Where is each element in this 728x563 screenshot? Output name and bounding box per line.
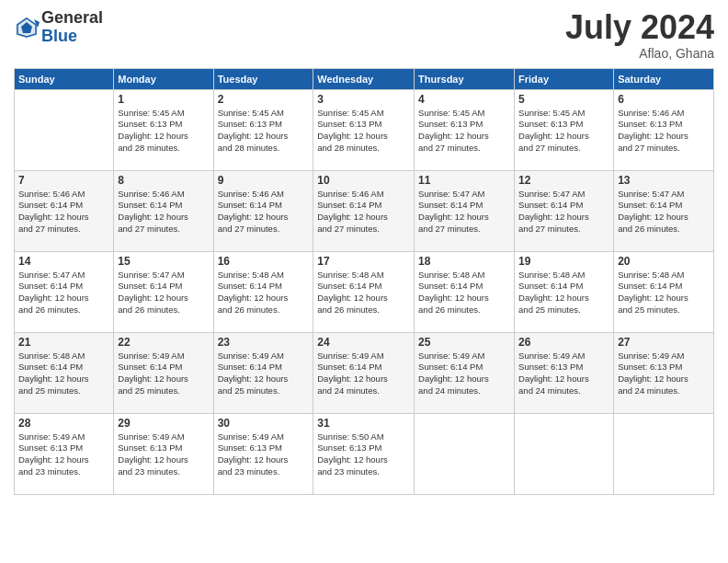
month-title: July 2024 [565, 9, 714, 46]
day-info: Sunrise: 5:47 AMSunset: 6:14 PMDaylight:… [118, 270, 209, 316]
table-row: 8Sunrise: 5:46 AMSunset: 6:14 PMDaylight… [114, 170, 213, 251]
table-row: 27Sunrise: 5:49 AMSunset: 6:13 PMDayligh… [614, 332, 714, 413]
day-info: Sunrise: 5:49 AMSunset: 6:13 PMDaylight:… [518, 350, 609, 397]
logo-text: General Blue [41, 9, 103, 46]
day-info: Sunrise: 5:45 AMSunset: 6:13 PMDaylight:… [118, 108, 209, 155]
table-row: 25Sunrise: 5:49 AMSunset: 6:14 PMDayligh… [415, 332, 515, 413]
col-tuesday: Tuesday [213, 68, 313, 89]
day-info: Sunrise: 5:47 AMSunset: 6:14 PMDaylight:… [418, 189, 510, 236]
day-number: 25 [418, 336, 510, 349]
table-row: 6Sunrise: 5:46 AMSunset: 6:13 PMDaylight… [614, 89, 714, 170]
day-number: 20 [618, 255, 710, 268]
day-info: Sunrise: 5:47 AMSunset: 6:14 PMDaylight:… [18, 270, 109, 316]
day-info: Sunrise: 5:46 AMSunset: 6:14 PMDaylight:… [218, 189, 310, 236]
calendar-week-row: 1Sunrise: 5:45 AMSunset: 6:13 PMDaylight… [15, 89, 714, 170]
title-block: July 2024 Aflao, Ghana [565, 9, 714, 61]
day-info: Sunrise: 5:49 AMSunset: 6:13 PMDaylight:… [618, 350, 710, 397]
day-number: 30 [218, 417, 310, 430]
day-number: 16 [218, 255, 310, 268]
day-number: 3 [317, 93, 410, 106]
table-row: 18Sunrise: 5:48 AMSunset: 6:14 PMDayligh… [415, 251, 515, 332]
table-row: 5Sunrise: 5:45 AMSunset: 6:13 PMDaylight… [515, 89, 614, 170]
table-row: 2Sunrise: 5:45 AMSunset: 6:13 PMDaylight… [213, 89, 313, 170]
header-row: Sunday Monday Tuesday Wednesday Thursday… [15, 68, 714, 89]
day-info: Sunrise: 5:49 AMSunset: 6:14 PMDaylight:… [418, 350, 510, 397]
col-friday: Friday [515, 68, 614, 89]
table-row [415, 413, 515, 494]
day-info: Sunrise: 5:47 AMSunset: 6:14 PMDaylight:… [618, 189, 710, 236]
table-row: 15Sunrise: 5:47 AMSunset: 6:14 PMDayligh… [114, 251, 213, 332]
table-row: 26Sunrise: 5:49 AMSunset: 6:13 PMDayligh… [515, 332, 614, 413]
day-number: 21 [18, 336, 109, 349]
calendar-week-row: 7Sunrise: 5:46 AMSunset: 6:14 PMDaylight… [15, 170, 714, 251]
table-row: 11Sunrise: 5:47 AMSunset: 6:14 PMDayligh… [415, 170, 515, 251]
table-row: 7Sunrise: 5:46 AMSunset: 6:14 PMDaylight… [15, 170, 114, 251]
table-row: 22Sunrise: 5:49 AMSunset: 6:14 PMDayligh… [114, 332, 213, 413]
day-info: Sunrise: 5:49 AMSunset: 6:13 PMDaylight:… [218, 431, 310, 478]
day-number: 12 [518, 174, 609, 187]
table-row: 3Sunrise: 5:45 AMSunset: 6:13 PMDaylight… [313, 89, 415, 170]
day-number: 9 [218, 174, 310, 187]
day-number: 5 [518, 93, 609, 106]
day-number: 7 [18, 174, 109, 187]
logo-general-text: General [41, 9, 103, 28]
calendar-week-row: 21Sunrise: 5:48 AMSunset: 6:14 PMDayligh… [15, 332, 714, 413]
col-saturday: Saturday [614, 68, 714, 89]
day-info: Sunrise: 5:49 AMSunset: 6:13 PMDaylight:… [118, 431, 209, 478]
day-info: Sunrise: 5:48 AMSunset: 6:14 PMDaylight:… [518, 270, 609, 316]
col-thursday: Thursday [415, 68, 515, 89]
day-number: 2 [218, 93, 310, 106]
day-number: 8 [118, 174, 209, 187]
day-info: Sunrise: 5:48 AMSunset: 6:14 PMDaylight:… [18, 350, 109, 397]
day-info: Sunrise: 5:49 AMSunset: 6:13 PMDaylight:… [18, 431, 109, 478]
day-number: 24 [317, 336, 410, 349]
day-info: Sunrise: 5:49 AMSunset: 6:14 PMDaylight:… [218, 350, 310, 397]
table-row: 16Sunrise: 5:48 AMSunset: 6:14 PMDayligh… [213, 251, 313, 332]
day-number: 11 [418, 174, 510, 187]
day-number: 14 [18, 255, 109, 268]
day-info: Sunrise: 5:49 AMSunset: 6:14 PMDaylight:… [317, 350, 410, 397]
day-number: 10 [317, 174, 410, 187]
logo-blue-text: Blue [41, 28, 103, 46]
table-row: 31Sunrise: 5:50 AMSunset: 6:13 PMDayligh… [313, 413, 415, 494]
col-wednesday: Wednesday [313, 68, 415, 89]
table-row: 13Sunrise: 5:47 AMSunset: 6:14 PMDayligh… [614, 170, 714, 251]
day-info: Sunrise: 5:48 AMSunset: 6:14 PMDaylight:… [418, 270, 510, 316]
table-row: 1Sunrise: 5:45 AMSunset: 6:13 PMDaylight… [114, 89, 213, 170]
table-row: 24Sunrise: 5:49 AMSunset: 6:14 PMDayligh… [313, 332, 415, 413]
day-info: Sunrise: 5:48 AMSunset: 6:14 PMDaylight:… [618, 270, 710, 316]
day-number: 28 [18, 417, 109, 430]
day-info: Sunrise: 5:48 AMSunset: 6:14 PMDaylight:… [218, 270, 310, 316]
table-row: 10Sunrise: 5:46 AMSunset: 6:14 PMDayligh… [313, 170, 415, 251]
table-row [515, 413, 614, 494]
day-number: 29 [118, 417, 209, 430]
day-number: 17 [317, 255, 410, 268]
day-info: Sunrise: 5:46 AMSunset: 6:14 PMDaylight:… [118, 189, 209, 236]
table-row: 12Sunrise: 5:47 AMSunset: 6:14 PMDayligh… [515, 170, 614, 251]
table-row: 29Sunrise: 5:49 AMSunset: 6:13 PMDayligh… [114, 413, 213, 494]
table-row [15, 89, 114, 170]
table-row: 30Sunrise: 5:49 AMSunset: 6:13 PMDayligh… [213, 413, 313, 494]
day-number: 22 [118, 336, 209, 349]
page: General Blue July 2024 Aflao, Ghana Sund… [0, 0, 728, 563]
day-info: Sunrise: 5:46 AMSunset: 6:14 PMDaylight:… [18, 189, 109, 236]
col-sunday: Sunday [15, 68, 114, 89]
day-info: Sunrise: 5:47 AMSunset: 6:14 PMDaylight:… [518, 189, 609, 236]
day-info: Sunrise: 5:50 AMSunset: 6:13 PMDaylight:… [317, 431, 410, 478]
day-number: 13 [618, 174, 710, 187]
day-info: Sunrise: 5:45 AMSunset: 6:13 PMDaylight:… [418, 108, 510, 155]
calendar-week-row: 14Sunrise: 5:47 AMSunset: 6:14 PMDayligh… [15, 251, 714, 332]
logo: General Blue [14, 9, 103, 46]
table-row: 9Sunrise: 5:46 AMSunset: 6:14 PMDaylight… [213, 170, 313, 251]
day-info: Sunrise: 5:45 AMSunset: 6:13 PMDaylight:… [317, 108, 410, 155]
table-row: 17Sunrise: 5:48 AMSunset: 6:14 PMDayligh… [313, 251, 415, 332]
col-monday: Monday [114, 68, 213, 89]
header: General Blue July 2024 Aflao, Ghana [14, 9, 714, 61]
day-number: 27 [618, 336, 710, 349]
day-number: 26 [518, 336, 609, 349]
table-row: 19Sunrise: 5:48 AMSunset: 6:14 PMDayligh… [515, 251, 614, 332]
table-row [614, 413, 714, 494]
day-number: 15 [118, 255, 209, 268]
location: Aflao, Ghana [565, 46, 714, 61]
day-info: Sunrise: 5:45 AMSunset: 6:13 PMDaylight:… [218, 108, 310, 155]
